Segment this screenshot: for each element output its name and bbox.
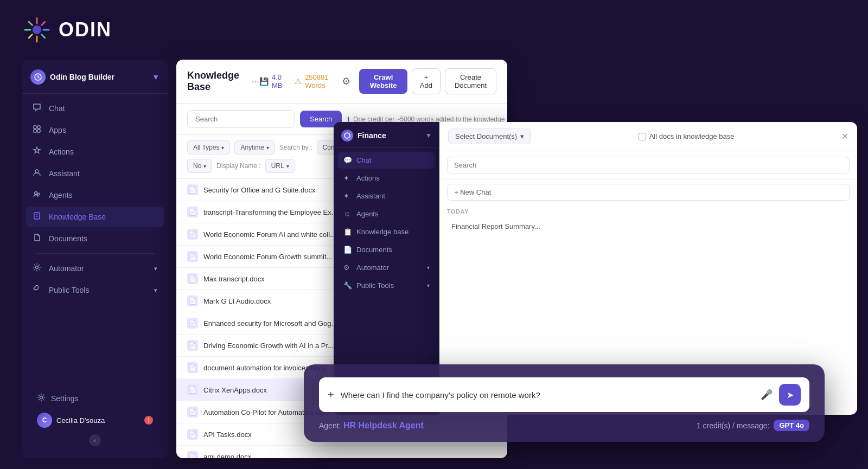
svg-point-23 bbox=[344, 133, 350, 138]
svg-point-21 bbox=[36, 266, 39, 269]
chat-send-button[interactable]: ➤ bbox=[779, 384, 801, 406]
sidebar-item-apps[interactable]: Apps bbox=[26, 120, 164, 140]
finance-nav-item-agents[interactable]: ☺ Agents bbox=[338, 205, 435, 222]
kb-search-input[interactable] bbox=[187, 110, 295, 128]
project-chevron-icon[interactable]: ▼ bbox=[152, 73, 159, 81]
collapse-sidebar-button[interactable]: ‹ bbox=[89, 434, 101, 446]
sidebar-item-chat[interactable]: Chat bbox=[26, 98, 164, 119]
filter-type-button[interactable]: All Types ▾ bbox=[187, 140, 230, 155]
sidebar-item-actions[interactable]: Actions bbox=[26, 142, 164, 162]
finance-nav-item-assistant[interactable]: ✦ Assistant bbox=[338, 188, 435, 204]
doc-icon: 📄 bbox=[187, 184, 198, 195]
filter-summary-button[interactable]: No ▾ bbox=[187, 159, 212, 173]
model-badge: GPT 4o bbox=[774, 420, 809, 431]
sidebar-item-public-tools[interactable]: Public Tools ▾ bbox=[26, 280, 164, 300]
doc-icon: 📄 bbox=[187, 384, 198, 395]
send-icon: ➤ bbox=[787, 390, 794, 400]
finance-nav-label: Knowledge base bbox=[356, 228, 409, 236]
kb-size-value: 4.0 MB bbox=[272, 73, 286, 89]
all-docs-toggle[interactable]: All docs in knowledge base bbox=[639, 132, 735, 140]
apps-icon bbox=[33, 125, 43, 136]
filter-display-name-button[interactable]: URL ▾ bbox=[265, 159, 295, 173]
sidebar-item-label: Assistant bbox=[49, 169, 80, 178]
chat-credit-info: 1 credit(s) / message: GPT 4o bbox=[697, 420, 809, 431]
sidebar-item-knowledge-base[interactable]: Knowledge Base bbox=[26, 207, 164, 227]
kb-title: Knowledge Base bbox=[187, 70, 246, 93]
add-button[interactable]: + Add bbox=[412, 68, 441, 94]
agent-name[interactable]: HR Helpdesk Agent bbox=[343, 421, 424, 430]
kb-stats: 💾 4.0 MB ⚠ 250881 Words bbox=[259, 73, 337, 89]
kb-settings-button[interactable]: ⚙ bbox=[337, 73, 355, 89]
finance-nav-item-knowledge-base[interactable]: 📋 Knowledge base bbox=[338, 223, 435, 240]
sidebar-item-assistant[interactable]: Assistant bbox=[26, 163, 164, 184]
finance-nav-item-automator[interactable]: ⚙ Automator ▾ bbox=[338, 259, 435, 276]
svg-rect-12 bbox=[37, 126, 40, 129]
finance-nav-item-documents[interactable]: 📄 Documents bbox=[338, 241, 435, 258]
doc-icon: 📄 bbox=[187, 340, 198, 351]
svg-point-1 bbox=[33, 25, 41, 34]
credit-text: 1 credit(s) / message: bbox=[697, 421, 770, 430]
chat-mic-button[interactable]: 🎤 bbox=[761, 389, 773, 401]
finance-nav-label: Public Tools bbox=[356, 281, 394, 290]
sidebar-item-agents[interactable]: Agents bbox=[26, 185, 164, 205]
doc-icon: 📄 bbox=[187, 429, 198, 440]
doc-icon: 📄 bbox=[187, 318, 198, 329]
finance-nav-item-public-tools[interactable]: 🔧 Public Tools ▾ bbox=[338, 277, 435, 294]
new-chat-button[interactable]: + New Chat bbox=[447, 184, 850, 201]
chat-text-input[interactable] bbox=[341, 390, 754, 400]
doc-name: aml demo.docx bbox=[203, 453, 496, 459]
svg-line-6 bbox=[42, 22, 46, 25]
project-selector[interactable]: Odin Blog Builder bbox=[30, 69, 114, 85]
all-docs-checkbox[interactable] bbox=[639, 133, 646, 140]
finance-nav-label: Agents bbox=[356, 210, 378, 218]
finance-nav-item-chat[interactable]: 💬 Chat bbox=[338, 152, 435, 169]
kb-title-area: Knowledge Base ··· bbox=[187, 70, 259, 93]
chat-input-box: + 🎤 ➤ bbox=[319, 377, 809, 412]
finance-chevron-icon[interactable]: ▼ bbox=[425, 132, 432, 139]
doc-select-dropdown[interactable]: Select Document(s) ▾ bbox=[448, 129, 531, 144]
settings-item[interactable]: Settings bbox=[30, 388, 159, 408]
finance-nav-label: Actions bbox=[356, 174, 380, 182]
filter-time-button[interactable]: Anytime ▾ bbox=[234, 140, 275, 155]
doc-icon: 📄 bbox=[187, 207, 198, 217]
notification-badge[interactable]: 1 bbox=[144, 416, 153, 425]
doc-icon: 📄 bbox=[187, 229, 198, 240]
kb-menu-button[interactable]: ··· bbox=[251, 76, 259, 87]
app-name: ODIN bbox=[59, 18, 112, 41]
finance-icon bbox=[341, 130, 353, 142]
finance-nav-item-actions[interactable]: ✦ Actions bbox=[338, 170, 435, 187]
create-document-button[interactable]: Create Document bbox=[445, 68, 496, 94]
sidebar-item-documents[interactable]: Documents bbox=[26, 228, 164, 249]
kb-words-stat: ⚠ 250881 Words bbox=[295, 73, 337, 89]
chat-attach-button[interactable]: + bbox=[328, 389, 334, 401]
list-item[interactable]: 📄 aml demo.docx bbox=[176, 446, 507, 458]
svg-rect-14 bbox=[37, 130, 40, 132]
sidebar-item-label: Agents bbox=[49, 191, 73, 200]
kb-actions: ⚙ Crawl Website + Add Create Document bbox=[337, 68, 496, 94]
chat-history-item[interactable]: Financial Report Summary... bbox=[444, 218, 853, 235]
public-tools-icon: 🔧 bbox=[343, 281, 352, 290]
sidebar-footer: Settings C Cecilia D'souza 1 ‹ bbox=[22, 384, 168, 453]
chat-search-input[interactable] bbox=[447, 157, 850, 174]
finance-header: Finance ▼ bbox=[334, 122, 439, 147]
project-name: Odin Blog Builder bbox=[50, 73, 114, 81]
chat-history-label: Today bbox=[439, 205, 857, 218]
expand-icon: ▾ bbox=[427, 265, 430, 271]
chat-panel-close-button[interactable]: ✕ bbox=[841, 131, 848, 142]
crawl-website-button[interactable]: Crawl Website bbox=[359, 69, 407, 94]
doc-icon: 📄 bbox=[187, 295, 198, 306]
svg-point-17 bbox=[37, 193, 40, 195]
actions-icon: ✦ bbox=[343, 174, 352, 182]
sidebar-item-label: Documents bbox=[49, 234, 87, 243]
sidebar-item-automator[interactable]: Automator ▾ bbox=[26, 258, 164, 279]
kb-header: Knowledge Base ··· 💾 4.0 MB ⚠ 250881 Wor… bbox=[176, 60, 507, 104]
doc-icon: 📄 bbox=[187, 407, 198, 417]
filter-summary-arrow: ▾ bbox=[203, 163, 206, 169]
finance-nav-label: Automator bbox=[356, 264, 389, 272]
chat-input-overlay: + 🎤 ➤ Agent: HR Helpdesk Agent 1 credit(… bbox=[304, 364, 825, 442]
filter-type-arrow: ▾ bbox=[221, 145, 224, 151]
user-name: Cecilia D'souza bbox=[56, 416, 105, 425]
filter-time-arrow: ▾ bbox=[266, 145, 269, 151]
sidebar-item-label: Chat bbox=[49, 104, 65, 113]
chat-panel-header: Select Document(s) ▾ All docs in knowled… bbox=[439, 122, 857, 151]
